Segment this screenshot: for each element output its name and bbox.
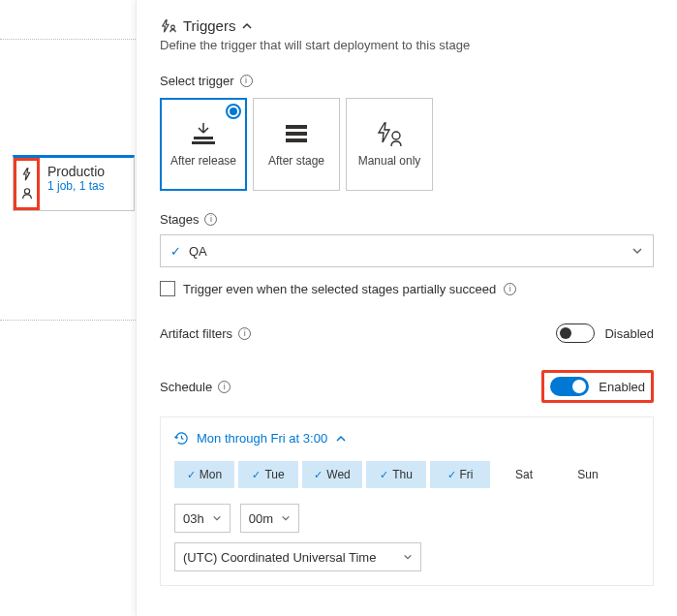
stages-label: Stages <box>160 212 199 227</box>
svg-rect-5 <box>286 132 307 136</box>
trigger-options: After release After stage Manual only <box>160 98 654 191</box>
after-release-icon <box>188 121 219 148</box>
info-icon[interactable]: i <box>204 213 217 226</box>
after-stage-icon <box>282 121 311 148</box>
trigger-label: After stage <box>268 154 324 168</box>
trigger-manual-only[interactable]: Manual only <box>346 98 433 191</box>
check-icon: ✓ <box>447 469 456 481</box>
info-icon[interactable]: i <box>218 381 231 393</box>
triggers-panel: Triggers Define the trigger that will st… <box>136 0 677 616</box>
day-mon[interactable]: ✓Mon <box>174 461 234 488</box>
check-icon: ✓ <box>187 469 196 481</box>
check-icon: ✓ <box>170 244 181 259</box>
day-label: Fri <box>460 468 474 481</box>
radio-selected-icon <box>226 104 241 119</box>
schedule-label: Schedule <box>160 380 212 394</box>
schedule-summary-row[interactable]: Mon through Fri at 3:00 <box>174 431 639 446</box>
days-selector: ✓Mon ✓Tue ✓Wed ✓Thu ✓Fri Sat Sun <box>174 461 639 488</box>
clock-history-icon <box>174 431 189 446</box>
chevron-up-icon <box>335 433 347 445</box>
day-wed[interactable]: ✓Wed <box>302 461 362 488</box>
manual-only-icon <box>375 121 404 148</box>
user-icon <box>20 187 34 200</box>
svg-rect-2 <box>194 137 213 139</box>
svg-rect-6 <box>286 139 307 142</box>
day-tue[interactable]: ✓Tue <box>238 461 298 488</box>
svg-point-0 <box>24 189 29 194</box>
trigger-label: Manual only <box>358 154 421 168</box>
trigger-label: After release <box>170 154 236 168</box>
partial-succeed-checkbox[interactable] <box>160 281 175 296</box>
stage-name: Productio <box>47 164 105 179</box>
info-icon[interactable]: i <box>240 75 253 87</box>
check-icon: ✓ <box>380 469 388 481</box>
day-label: Sun <box>577 468 598 481</box>
panel-subtitle: Define the trigger that will start deplo… <box>160 38 654 52</box>
day-sat[interactable]: Sat <box>494 461 554 488</box>
day-label: Mon <box>200 468 222 481</box>
day-thu[interactable]: ✓Thu <box>366 461 426 488</box>
lightning-icon <box>20 168 34 181</box>
minute-value: 00m <box>249 511 273 526</box>
info-icon[interactable]: i <box>504 283 516 295</box>
schedule-toggle-highlight: Enabled <box>541 370 654 403</box>
day-label: Wed <box>326 468 350 481</box>
trigger-after-stage[interactable]: After stage <box>253 98 340 191</box>
svg-point-7 <box>392 132 400 139</box>
timezone-value: (UTC) Coordinated Universal Time <box>183 550 395 565</box>
panel-title: Triggers <box>183 17 235 34</box>
day-label: Tue <box>264 468 284 481</box>
schedule-state: Enabled <box>599 380 645 394</box>
schedule-settings: Mon through Fri at 3:00 ✓Mon ✓Tue ✓Wed ✓… <box>160 416 654 586</box>
check-icon: ✓ <box>314 469 323 481</box>
schedule-summary: Mon through Fri at 3:00 <box>197 431 327 446</box>
lightning-person-icon <box>160 18 177 34</box>
info-icon[interactable]: i <box>238 327 251 340</box>
artifact-filters-toggle[interactable] <box>556 323 595 343</box>
select-trigger-label: Select trigger <box>160 74 234 88</box>
day-fri[interactable]: ✓Fri <box>430 461 490 488</box>
artifact-filters-label: Artifact filters <box>160 326 232 341</box>
stages-selected: QA <box>189 244 207 259</box>
trigger-after-release[interactable]: After release <box>160 98 247 191</box>
stages-dropdown[interactable]: ✓QA <box>160 234 654 267</box>
svg-rect-3 <box>192 141 215 144</box>
svg-point-1 <box>171 25 175 29</box>
partial-succeed-label: Trigger even when the selected stages pa… <box>183 282 496 296</box>
chevron-down-icon <box>403 552 413 562</box>
check-icon: ✓ <box>252 469 261 481</box>
chevron-down-icon <box>281 513 291 523</box>
svg-rect-4 <box>286 125 307 129</box>
chevron-down-icon <box>631 245 643 257</box>
hour-dropdown[interactable]: 03h <box>174 504 231 533</box>
panel-header[interactable]: Triggers <box>160 17 654 34</box>
stage-trigger-icons[interactable] <box>14 158 40 210</box>
chevron-down-icon <box>212 513 222 523</box>
day-sun[interactable]: Sun <box>558 461 618 488</box>
day-label: Thu <box>392 468 413 481</box>
hour-value: 03h <box>183 511 204 526</box>
timezone-dropdown[interactable]: (UTC) Coordinated Universal Time <box>174 542 421 571</box>
minute-dropdown[interactable]: 00m <box>240 504 299 533</box>
day-label: Sat <box>515 468 533 481</box>
artifact-filters-state: Disabled <box>604 326 654 341</box>
chevron-up-icon <box>241 20 253 32</box>
stage-jobs-link[interactable]: 1 job, 1 tas <box>47 179 105 193</box>
stage-card-production[interactable]: Productio 1 job, 1 tas <box>13 155 135 211</box>
schedule-toggle[interactable] <box>550 377 589 396</box>
